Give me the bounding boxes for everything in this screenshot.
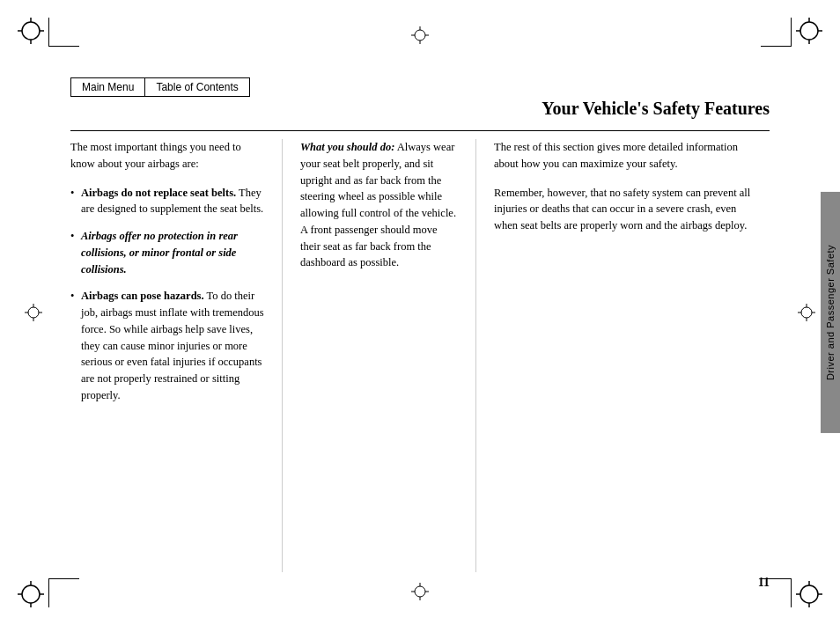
bullet-item-2: Airbags offer no protection in rear coll… xyxy=(70,228,264,277)
what-to-do: What you should do: Always wear your sea… xyxy=(300,139,458,271)
svg-point-20 xyxy=(415,30,425,40)
corner-line xyxy=(761,46,792,47)
crosshair-left xyxy=(25,304,42,321)
svg-point-30 xyxy=(28,307,39,318)
svg-point-25 xyxy=(415,586,425,597)
col-right: The rest of this section gives more deta… xyxy=(475,139,752,572)
page-number: 11 xyxy=(758,576,770,590)
corner-mark-tl xyxy=(18,18,44,44)
toc-button[interactable]: Table of Contents xyxy=(144,77,249,97)
svg-point-5 xyxy=(800,22,818,40)
side-tab-text: Driver and Passenger Safety xyxy=(825,245,836,380)
svg-point-35 xyxy=(801,307,812,318)
col-middle: What you should do: Always wear your sea… xyxy=(282,139,475,572)
corner-line xyxy=(791,578,792,607)
corner-mark-br xyxy=(796,581,822,607)
svg-point-0 xyxy=(22,22,40,40)
svg-point-10 xyxy=(22,585,40,603)
corner-mark-tr xyxy=(796,18,822,44)
page-title: Your Vehicle's Safety Features xyxy=(542,99,770,119)
svg-point-15 xyxy=(800,585,818,603)
page: Main Menu Table of Contents Your Vehicle… xyxy=(0,0,840,625)
title-rule xyxy=(70,130,770,131)
col-left: The most important things you need to kn… xyxy=(70,139,282,572)
corner-line xyxy=(48,578,49,607)
bullet-item-3: Airbags can pose hazards. To do their jo… xyxy=(70,288,264,403)
bullet-3-body: To do their job, airbags must inflate wi… xyxy=(81,290,264,401)
crosshair-top xyxy=(411,26,429,44)
bullet-1-bold: Airbags do not replace seat belts. xyxy=(81,187,236,199)
crosshair-right xyxy=(798,304,815,321)
intro-text: The most important things you need to kn… xyxy=(70,139,264,173)
corner-line xyxy=(48,578,79,579)
what-label: What you should do: xyxy=(300,141,394,153)
crosshair-bottom xyxy=(411,583,429,600)
what-body-text: Always wear your seat belt properly, and… xyxy=(300,141,456,268)
corner-mark-bl xyxy=(18,581,44,607)
nav-buttons: Main Menu Table of Contents xyxy=(70,77,250,97)
content-area: The most important things you need to kn… xyxy=(70,139,752,572)
main-menu-button[interactable]: Main Menu xyxy=(70,77,144,97)
corner-line xyxy=(791,18,792,47)
corner-line xyxy=(48,46,79,47)
bullet-2-bold: Airbags offer no protection in rear coll… xyxy=(81,230,238,276)
right-para-1: The rest of this section gives more deta… xyxy=(494,139,752,173)
corner-line xyxy=(48,18,49,47)
side-tab: Driver and Passenger Safety xyxy=(821,192,840,433)
bullet-item-1: Airbags do not replace seat belts. They … xyxy=(70,185,264,218)
bullet-3-bold: Airbags can pose hazards. xyxy=(81,290,204,302)
right-para-2: Remember, however, that no safety system… xyxy=(494,185,752,234)
